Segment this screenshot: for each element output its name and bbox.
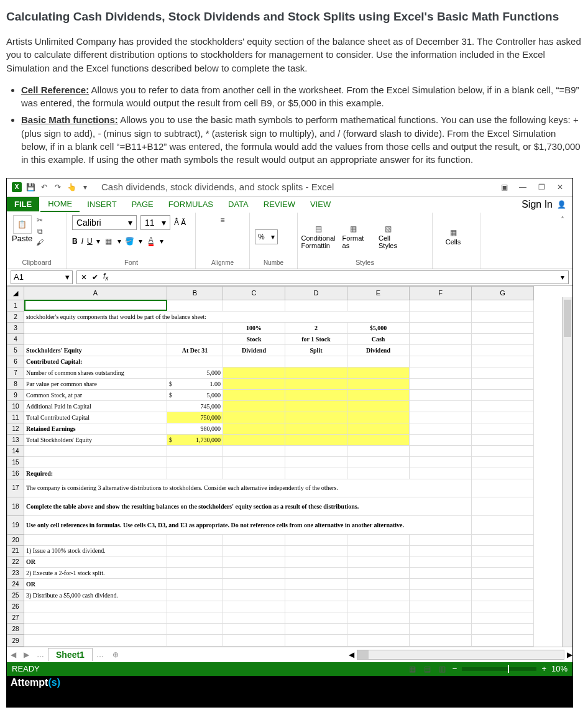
font-size-select[interactable]: 11▾ <box>140 215 170 230</box>
bullet-cell-reference: Cell Reference: Allows you to refer to d… <box>21 83 582 110</box>
zoom-level[interactable]: 10% <box>551 664 567 673</box>
user-icon: 👤 <box>556 200 566 210</box>
col-B[interactable]: B <box>167 286 223 300</box>
cancel-icon[interactable]: ✕ <box>81 273 87 282</box>
fill-color-icon[interactable]: 🪣 <box>125 236 135 246</box>
touch-mode-icon[interactable]: 👆 <box>67 182 76 192</box>
col-D[interactable]: D <box>285 286 347 300</box>
excel-logo-icon: X <box>12 182 22 192</box>
bullet-basic-math: Basic Math functions: Allows you to use … <box>21 113 582 166</box>
instruction-list: Cell Reference: Allows you to refer to d… <box>21 83 582 167</box>
zoom-slider[interactable] <box>462 667 536 671</box>
page-break-view-icon[interactable]: ▥ <box>438 664 448 674</box>
styles-group-label: Styles <box>303 259 427 266</box>
status-bar: READY ▦ ▤ ▥ − + 10% <box>7 662 572 676</box>
footer-strip <box>7 690 572 707</box>
attempts-label: Attempt(s) <box>7 676 572 690</box>
border-icon[interactable]: ▦ <box>104 236 114 246</box>
minimize-icon[interactable]: — <box>518 182 528 192</box>
paste-button[interactable]: 📋 Paste <box>12 215 32 247</box>
cut-icon[interactable]: ✂ <box>35 215 45 225</box>
tab-data[interactable]: DATA <box>221 197 256 211</box>
format-painter-icon[interactable]: 🖌 <box>35 238 45 247</box>
tab-review[interactable]: REVIEW <box>256 197 303 211</box>
worksheet-grid[interactable]: ◢ A B C D E F G 1 2stockholder's equity … <box>7 286 572 647</box>
close-icon[interactable]: ✕ <box>555 182 565 192</box>
tab-file[interactable]: FILE <box>7 197 39 211</box>
ribbon-tabs: FILE HOME INSERT PAGE FORMULAS DATA REVI… <box>7 196 572 213</box>
fx-icon[interactable]: fx <box>103 272 108 282</box>
select-all-corner[interactable]: ◢ <box>7 286 24 300</box>
undo-icon[interactable]: ↶ <box>39 182 49 192</box>
excel-window: X 💾 ↶ ↷ 👆 ▾ Cash dividends, stock divide… <box>6 178 573 708</box>
cells-button[interactable]: ▦Cells <box>438 228 469 246</box>
bold-button[interactable]: B <box>72 237 78 246</box>
enter-icon[interactable]: ✔ <box>92 273 98 282</box>
page-layout-view-icon[interactable]: ▤ <box>423 664 433 674</box>
status-ready: READY <box>12 664 40 673</box>
number-format-select[interactable]: % ▾ <box>255 229 278 244</box>
col-C[interactable]: C <box>223 286 285 300</box>
normal-view-icon[interactable]: ▦ <box>408 664 418 674</box>
redo-icon[interactable]: ↷ <box>53 182 63 192</box>
italic-button[interactable]: I <box>81 237 83 246</box>
alignment-group-label: Alignme <box>201 259 244 266</box>
format-as-table-button[interactable]: ▦Formatas <box>338 224 369 249</box>
font-name-select[interactable]: Calibri▾ <box>72 215 137 230</box>
cells-icon: ▦ <box>448 228 458 238</box>
ribbon: 📋 Paste ✂ ⧉ 🖌 Clipboard Calibri▾ 11▾ A <box>7 213 572 269</box>
clipboard-group-label: Clipboard <box>12 259 62 266</box>
number-group-label: Numbe <box>255 259 292 266</box>
save-icon[interactable]: 💾 <box>25 182 35 192</box>
page-title: Calculating Cash Dividends, Stock Divide… <box>6 10 582 24</box>
copy-icon[interactable]: ⧉ <box>35 226 45 236</box>
title-bar: X 💾 ↶ ↷ 👆 ▾ Cash dividends, stock divide… <box>7 178 572 196</box>
collapse-ribbon-icon[interactable]: ˄ <box>558 215 567 225</box>
tab-page[interactable]: PAGE <box>124 197 161 211</box>
tab-formulas[interactable]: FORMULAS <box>161 197 221 211</box>
name-box[interactable]: A1▾ <box>11 270 73 284</box>
clipboard-icon: 📋 <box>13 215 32 234</box>
tab-view[interactable]: VIEW <box>303 197 338 211</box>
underline-button[interactable]: U <box>87 237 93 246</box>
ribbon-options-icon[interactable]: ▣ <box>499 182 509 192</box>
col-G[interactable]: G <box>472 286 534 300</box>
cond-fmt-icon: ▤ <box>313 224 323 234</box>
align-icon[interactable]: ≡ <box>218 215 227 225</box>
new-sheet-button[interactable]: ⊕ <box>108 650 119 659</box>
cell-A2[interactable]: stockholder's equity components that wou… <box>24 311 410 322</box>
font-group-label: Font <box>72 259 190 266</box>
sign-in[interactable]: Sign In👤 <box>521 199 572 210</box>
qat-dropdown-icon[interactable]: ▾ <box>80 182 90 192</box>
intro-paragraph: Artists Unlimited Company has provided t… <box>6 35 582 75</box>
styles-icon: ▧ <box>383 224 393 234</box>
sheet-tab-sheet1[interactable]: Sheet1 <box>48 648 93 661</box>
col-E[interactable]: E <box>347 286 410 300</box>
tab-insert[interactable]: INSERT <box>80 197 124 211</box>
sheet-nav-prev[interactable]: ◀ <box>7 650 20 659</box>
window-title: Cash dividends, stock dividends, and sto… <box>95 182 492 192</box>
cell-styles-button[interactable]: ▧CellStyles <box>372 224 403 249</box>
table-icon: ▦ <box>348 224 358 234</box>
cell-A1[interactable] <box>24 300 167 311</box>
zoom-out-button[interactable]: − <box>452 664 457 673</box>
col-A[interactable]: A <box>24 286 167 300</box>
restore-icon[interactable]: ❐ <box>536 182 546 192</box>
zoom-in-button[interactable]: + <box>541 664 546 673</box>
horizontal-scrollbar[interactable]: ◀▶ <box>349 650 572 660</box>
formula-bar[interactable]: ✕ ✔ fx ▾ <box>76 270 569 284</box>
conditional-formatting-button[interactable]: ▤ConditionalFormattin <box>303 224 334 249</box>
font-color-icon[interactable]: A <box>146 236 156 246</box>
tab-home[interactable]: HOME <box>40 196 80 212</box>
sheet-nav-next[interactable]: ▶ <box>20 650 33 659</box>
vertical-scrollbar[interactable] <box>562 297 572 647</box>
col-F[interactable]: F <box>410 286 472 300</box>
